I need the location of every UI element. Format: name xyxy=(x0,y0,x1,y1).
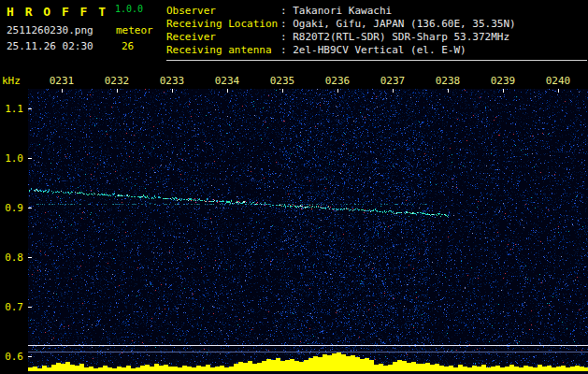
y-tick-label: 1.1 xyxy=(0,103,23,115)
info-colon: : xyxy=(280,31,293,43)
y-tick-label: 0.8 xyxy=(0,252,23,264)
header-separator xyxy=(166,60,587,61)
info-label: Receiving Location xyxy=(166,18,280,31)
khz-axis-title: kHz xyxy=(2,75,21,87)
x-tick-label: 0231 xyxy=(43,75,80,87)
mode-label: meteor xyxy=(116,24,153,36)
info-label: Receiving antenna xyxy=(166,44,280,57)
info-value: 2el-HB9CV Vertical (el. E-W) xyxy=(293,44,466,56)
observation-datetime: 25.11.26 02:30 xyxy=(7,40,93,52)
info-value: R820T2(RTL-SDR) SDR-Sharp 53.372MHz xyxy=(293,31,509,43)
header-info-row: Receiving Location: Ogaki, Gifu, JAPAN (… xyxy=(166,18,516,31)
x-tick-label: 0239 xyxy=(484,75,522,87)
y-tick-label: 0.6 xyxy=(0,351,23,363)
output-filename: 2511260230.png xyxy=(7,24,93,36)
x-tick-label: 0235 xyxy=(264,75,301,87)
info-colon: : xyxy=(280,5,293,17)
x-tick-label: 0237 xyxy=(374,75,411,87)
y-tick-label: 1.0 xyxy=(0,152,23,165)
meteor-count: 26 xyxy=(122,40,134,52)
x-tick-label: 0233 xyxy=(153,75,191,87)
y-tick-label: 0.7 xyxy=(0,301,23,313)
info-label: Receiver xyxy=(166,31,280,44)
info-label: Observer xyxy=(166,5,280,18)
x-tick-label: 0236 xyxy=(319,75,356,87)
y-tick-label: 0.9 xyxy=(0,202,23,214)
header-info-row: Receiving antenna: 2el-HB9CV Vertical (e… xyxy=(166,44,516,57)
info-value: Takanori Kawachi xyxy=(293,5,392,17)
info-colon: : xyxy=(280,18,293,30)
spectrogram-canvas xyxy=(28,89,588,374)
header-info-row: Receiver: R820T2(RTL-SDR) SDR-Sharp 53.3… xyxy=(166,31,516,44)
info-colon: : xyxy=(280,44,293,56)
x-tick-label: 0232 xyxy=(98,75,136,87)
x-tick-label: 0234 xyxy=(208,75,246,87)
header-info-row: Observer: Takanori Kawachi xyxy=(166,5,516,18)
x-tick-label: 0240 xyxy=(539,75,577,87)
info-value: Ogaki, Gifu, JAPAN (136.60E, 35.35N) xyxy=(293,18,515,30)
app-version: 1.0.0 xyxy=(115,4,143,14)
header-info: Observer: Takanori KawachiReceiving Loca… xyxy=(166,5,516,57)
x-tick-label: 0238 xyxy=(429,75,466,87)
app-title: H R O F F T xyxy=(7,5,108,19)
hrofft-output: H R O F F T 1.0.0 2511260230.png meteor … xyxy=(0,0,588,374)
